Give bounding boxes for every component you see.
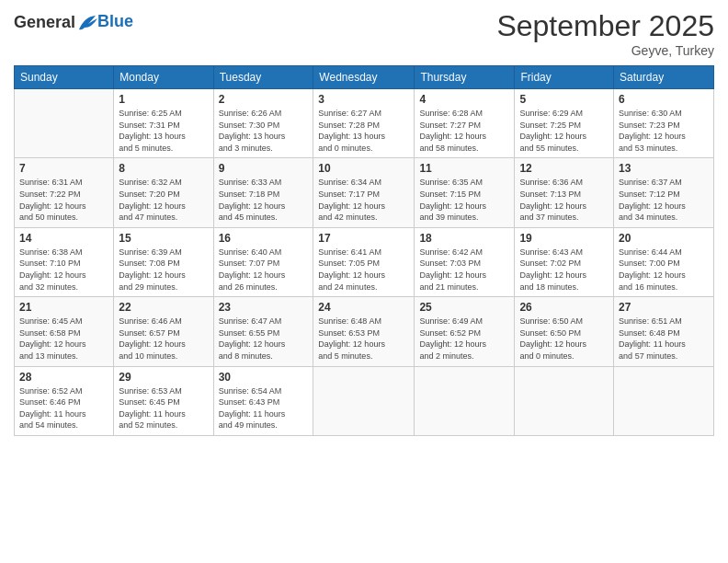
- day-number: 10: [318, 162, 409, 175]
- col-sunday: Sunday: [15, 66, 114, 89]
- day-number: 7: [19, 162, 108, 175]
- day-number: 2: [219, 93, 309, 106]
- calendar-table: Sunday Monday Tuesday Wednesday Thursday…: [14, 65, 714, 436]
- day-number: 20: [619, 232, 709, 245]
- day-number: 22: [119, 301, 208, 314]
- col-thursday: Thursday: [415, 66, 515, 89]
- calendar-week-row: 28Sunrise: 6:52 AMSunset: 6:46 PMDayligh…: [15, 366, 714, 435]
- day-info: Sunrise: 6:41 AMSunset: 7:05 PMDaylight:…: [318, 247, 409, 293]
- day-number: 12: [519, 162, 609, 175]
- table-row: 1Sunrise: 6:25 AMSunset: 7:31 PMDaylight…: [114, 89, 213, 158]
- day-number: 28: [19, 371, 108, 384]
- day-info: Sunrise: 6:52 AMSunset: 6:46 PMDaylight:…: [19, 385, 108, 431]
- table-row: 21Sunrise: 6:45 AMSunset: 6:58 PMDayligh…: [15, 297, 114, 366]
- header-row: Sunday Monday Tuesday Wednesday Thursday…: [15, 66, 714, 89]
- day-info: Sunrise: 6:51 AMSunset: 6:48 PMDaylight:…: [619, 316, 709, 362]
- day-info: Sunrise: 6:45 AMSunset: 6:58 PMDaylight:…: [19, 316, 108, 362]
- day-number: 18: [419, 232, 509, 245]
- table-row: [313, 366, 415, 435]
- table-row: 20Sunrise: 6:44 AMSunset: 7:00 PMDayligh…: [614, 227, 714, 296]
- day-number: 14: [19, 232, 108, 245]
- table-row: 26Sunrise: 6:50 AMSunset: 6:50 PMDayligh…: [515, 297, 614, 366]
- day-number: 29: [119, 371, 208, 384]
- table-row: 24Sunrise: 6:48 AMSunset: 6:53 PMDayligh…: [313, 297, 415, 366]
- table-row: 12Sunrise: 6:36 AMSunset: 7:13 PMDayligh…: [515, 158, 614, 227]
- day-number: 5: [519, 93, 609, 106]
- day-number: 6: [619, 93, 709, 106]
- day-info: Sunrise: 6:33 AMSunset: 7:18 PMDaylight:…: [219, 177, 309, 223]
- table-row: 17Sunrise: 6:41 AMSunset: 7:05 PMDayligh…: [313, 227, 415, 296]
- day-info: Sunrise: 6:40 AMSunset: 7:07 PMDaylight:…: [219, 247, 309, 293]
- day-number: 23: [219, 301, 309, 314]
- day-number: 24: [318, 301, 409, 314]
- table-row: 23Sunrise: 6:47 AMSunset: 6:55 PMDayligh…: [213, 297, 313, 366]
- table-row: 22Sunrise: 6:46 AMSunset: 6:57 PMDayligh…: [114, 297, 213, 366]
- day-info: Sunrise: 6:27 AMSunset: 7:28 PMDaylight:…: [318, 108, 409, 154]
- day-info: Sunrise: 6:35 AMSunset: 7:15 PMDaylight:…: [419, 177, 509, 223]
- table-row: 13Sunrise: 6:37 AMSunset: 7:12 PMDayligh…: [614, 158, 714, 227]
- day-number: 11: [419, 162, 509, 175]
- logo: General Blue: [14, 14, 133, 32]
- day-info: Sunrise: 6:39 AMSunset: 7:08 PMDaylight:…: [119, 247, 208, 293]
- calendar-page: General Blue September 2025 Geyve, Turke…: [0, 0, 728, 563]
- day-number: 30: [219, 371, 309, 384]
- day-number: 1: [119, 93, 208, 106]
- location-subtitle: Geyve, Turkey: [496, 43, 714, 58]
- day-info: Sunrise: 6:48 AMSunset: 6:53 PMDaylight:…: [318, 316, 409, 362]
- col-tuesday: Tuesday: [213, 66, 313, 89]
- table-row: 29Sunrise: 6:53 AMSunset: 6:45 PMDayligh…: [114, 366, 213, 435]
- day-info: Sunrise: 6:53 AMSunset: 6:45 PMDaylight:…: [119, 385, 208, 431]
- table-row: 27Sunrise: 6:51 AMSunset: 6:48 PMDayligh…: [614, 297, 714, 366]
- table-row: 4Sunrise: 6:28 AMSunset: 7:27 PMDaylight…: [415, 89, 515, 158]
- day-number: 8: [119, 162, 208, 175]
- day-number: 15: [119, 232, 208, 245]
- day-number: 21: [19, 301, 108, 314]
- day-info: Sunrise: 6:37 AMSunset: 7:12 PMDaylight:…: [619, 177, 709, 223]
- table-row: 16Sunrise: 6:40 AMSunset: 7:07 PMDayligh…: [213, 227, 313, 296]
- day-number: 17: [318, 232, 409, 245]
- table-row: 7Sunrise: 6:31 AMSunset: 7:22 PMDaylight…: [15, 158, 114, 227]
- day-info: Sunrise: 6:46 AMSunset: 6:57 PMDaylight:…: [119, 316, 208, 362]
- table-row: 19Sunrise: 6:43 AMSunset: 7:02 PMDayligh…: [515, 227, 614, 296]
- day-info: Sunrise: 6:44 AMSunset: 7:00 PMDaylight:…: [619, 247, 709, 293]
- table-row: 10Sunrise: 6:34 AMSunset: 7:17 PMDayligh…: [313, 158, 415, 227]
- day-number: 16: [219, 232, 309, 245]
- day-info: Sunrise: 6:31 AMSunset: 7:22 PMDaylight:…: [19, 177, 108, 223]
- day-info: Sunrise: 6:43 AMSunset: 7:02 PMDaylight:…: [519, 247, 609, 293]
- day-info: Sunrise: 6:28 AMSunset: 7:27 PMDaylight:…: [419, 108, 509, 154]
- month-title: September 2025: [496, 9, 714, 43]
- table-row: 8Sunrise: 6:32 AMSunset: 7:20 PMDaylight…: [114, 158, 213, 227]
- day-info: Sunrise: 6:25 AMSunset: 7:31 PMDaylight:…: [119, 108, 208, 154]
- col-friday: Friday: [515, 66, 614, 89]
- table-row: 30Sunrise: 6:54 AMSunset: 6:43 PMDayligh…: [213, 366, 313, 435]
- day-info: Sunrise: 6:32 AMSunset: 7:20 PMDaylight:…: [119, 177, 208, 223]
- day-info: Sunrise: 6:47 AMSunset: 6:55 PMDaylight:…: [219, 316, 309, 362]
- table-row: [415, 366, 515, 435]
- table-row: 6Sunrise: 6:30 AMSunset: 7:23 PMDaylight…: [614, 89, 714, 158]
- table-row: 15Sunrise: 6:39 AMSunset: 7:08 PMDayligh…: [114, 227, 213, 296]
- day-number: 9: [219, 162, 309, 175]
- table-row: 5Sunrise: 6:29 AMSunset: 7:25 PMDaylight…: [515, 89, 614, 158]
- day-number: 13: [619, 162, 709, 175]
- day-number: 4: [419, 93, 509, 106]
- title-area: September 2025 Geyve, Turkey: [496, 9, 714, 58]
- calendar-week-row: 21Sunrise: 6:45 AMSunset: 6:58 PMDayligh…: [15, 297, 714, 366]
- table-row: 2Sunrise: 6:26 AMSunset: 7:30 PMDaylight…: [213, 89, 313, 158]
- day-number: 3: [318, 93, 409, 106]
- day-info: Sunrise: 6:49 AMSunset: 6:52 PMDaylight:…: [419, 316, 509, 362]
- day-info: Sunrise: 6:38 AMSunset: 7:10 PMDaylight:…: [19, 247, 108, 293]
- header: General Blue September 2025 Geyve, Turke…: [14, 9, 714, 58]
- day-info: Sunrise: 6:50 AMSunset: 6:50 PMDaylight:…: [519, 316, 609, 362]
- day-info: Sunrise: 6:42 AMSunset: 7:03 PMDaylight:…: [419, 247, 509, 293]
- table-row: 28Sunrise: 6:52 AMSunset: 6:46 PMDayligh…: [15, 366, 114, 435]
- col-saturday: Saturday: [614, 66, 714, 89]
- col-monday: Monday: [114, 66, 213, 89]
- day-number: 27: [619, 301, 709, 314]
- col-wednesday: Wednesday: [313, 66, 415, 89]
- calendar-week-row: 1Sunrise: 6:25 AMSunset: 7:31 PMDaylight…: [15, 89, 714, 158]
- table-row: 9Sunrise: 6:33 AMSunset: 7:18 PMDaylight…: [213, 158, 313, 227]
- calendar-week-row: 7Sunrise: 6:31 AMSunset: 7:22 PMDaylight…: [15, 158, 714, 227]
- day-info: Sunrise: 6:34 AMSunset: 7:17 PMDaylight:…: [318, 177, 409, 223]
- table-row: 11Sunrise: 6:35 AMSunset: 7:15 PMDayligh…: [415, 158, 515, 227]
- day-number: 25: [419, 301, 509, 314]
